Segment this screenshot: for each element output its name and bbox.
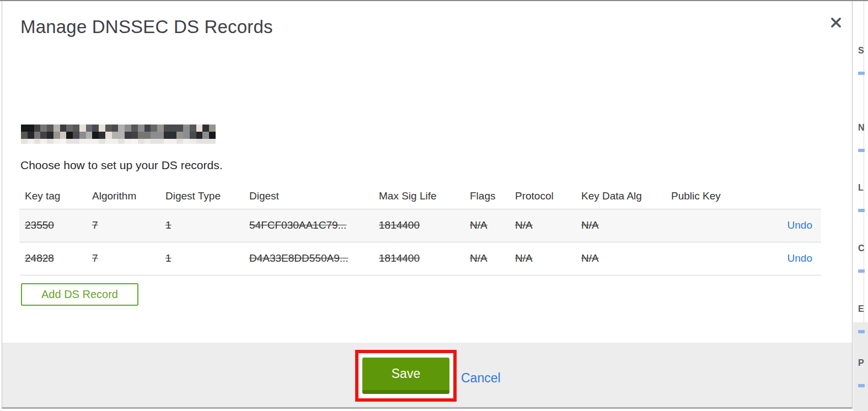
background-link-fragment (858, 209, 865, 212)
background-link-fragment (858, 330, 865, 333)
page-top-border (0, 0, 868, 1)
algorithm-value: 7 (92, 219, 98, 231)
col-header-flags: Flags (464, 183, 510, 209)
background-link-fragment (858, 269, 865, 273)
save-button[interactable]: Save (362, 358, 449, 394)
col-header-public-key: Public Key (666, 183, 748, 209)
digest-type-value: 1 (165, 219, 172, 231)
background-link-fragment (858, 72, 865, 75)
modal-footer: Save Cancel (2, 343, 852, 407)
background-text-fragment: N (858, 123, 865, 133)
key-tag-value: 24828 (25, 252, 54, 264)
background-text-fragment: L (858, 183, 864, 193)
key-tag-value: 23550 (25, 219, 54, 231)
ds-records-table: Key tag Algorithm Digest Type Digest Max… (19, 183, 821, 275)
table-header-row: Key tag Algorithm Digest Type Digest Max… (19, 183, 821, 209)
col-header-actions (748, 183, 821, 209)
table-row: 23550 7 1 54FCF030AA1C79... 1814400 N/A … (19, 209, 821, 242)
background-page-strip: SNLCEP (853, 0, 868, 411)
background-text-fragment: C (858, 244, 865, 253)
background-text-fragment: S (858, 46, 864, 56)
manage-dnssec-modal: Manage DNSSEC DS Records Choose how to s… (2, 1, 853, 409)
flags-value: N/A (470, 219, 487, 231)
close-button[interactable] (825, 12, 847, 34)
protocol-value: N/A (515, 219, 533, 231)
background-link-fragment (858, 149, 865, 152)
table-row: 24828 7 1 D4A33E8DD550A9... 1814400 N/A … (19, 242, 821, 275)
undo-link[interactable]: Undo (787, 252, 812, 264)
background-text-fragment: E (858, 304, 864, 314)
col-header-key-tag: Key tag (19, 183, 87, 209)
background-text-fragment: P (858, 358, 864, 368)
max-sig-life-value: 1814400 (379, 252, 420, 264)
key-data-alg-value: N/A (581, 219, 599, 231)
close-icon (830, 17, 842, 30)
digest-value: D4A33E8DD550A9... (249, 252, 349, 264)
col-header-digest: Digest (244, 183, 373, 209)
domain-name-redacted (21, 125, 216, 144)
col-header-algorithm: Algorithm (87, 183, 160, 209)
max-sig-life-value: 1814400 (379, 219, 420, 231)
protocol-value: N/A (515, 252, 533, 264)
background-link-fragment (858, 384, 865, 387)
flags-value: N/A (470, 252, 487, 264)
col-header-max-sig-life: Max Sig Life (373, 183, 464, 209)
annotation-highlight-box: Save (355, 350, 457, 402)
screenshot-root: { "modal": { "title": "Manage DNSSEC DS … (0, 0, 868, 411)
digest-type-value: 1 (165, 252, 172, 264)
page-title: Manage DNSSEC DS Records (20, 17, 273, 37)
col-header-protocol: Protocol (510, 183, 576, 209)
add-ds-record-button[interactable]: Add DS Record (21, 283, 138, 306)
col-header-digest-type: Digest Type (160, 183, 244, 209)
digest-value: 54FCF030AA1C79... (249, 219, 346, 231)
algorithm-value: 7 (92, 252, 98, 264)
col-header-key-data-alg: Key Data Alg (576, 183, 666, 209)
key-data-alg-value: N/A (581, 252, 599, 264)
cancel-link[interactable]: Cancel (461, 371, 501, 386)
intro-text: Choose how to set up your DS records. (20, 159, 223, 172)
undo-link[interactable]: Undo (787, 219, 812, 231)
